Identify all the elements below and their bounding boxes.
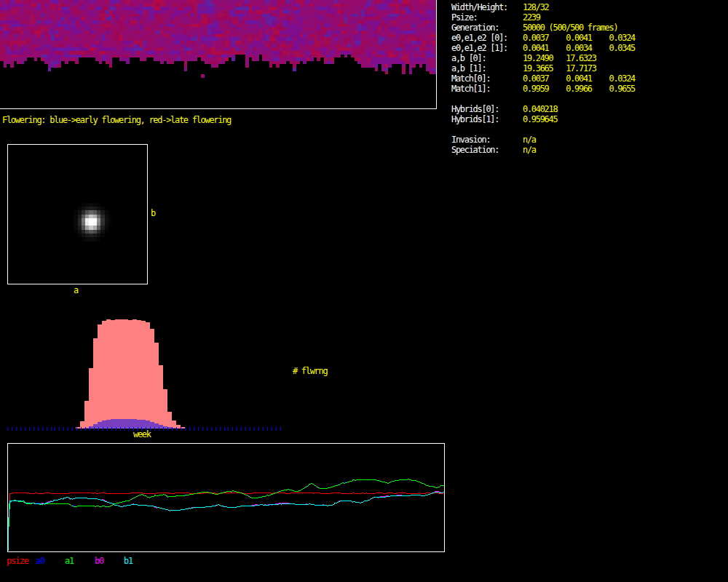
stat-row: Match[0]:	[451, 73, 490, 84]
stat-value: 50000 (500/500 frames)	[523, 23, 617, 33]
stat-value: n/a	[523, 135, 536, 145]
stat-label: Match[1]:	[451, 84, 490, 94]
stat-row: Hybrids[0]:	[451, 104, 499, 114]
stat-row: Psize:	[451, 12, 478, 23]
stat-label: Width/Height:	[451, 2, 507, 12]
stat-value: 0.0041 0.0034 0.0345	[523, 43, 635, 53]
stat-label: e0,e1,e2 [1]:	[451, 43, 507, 53]
stat-value: 128/32	[523, 2, 549, 12]
stat-row: Match[1]:	[451, 84, 490, 94]
stat-label: Match[0]:	[451, 73, 490, 84]
stat-value: 0.0037 0.0041 0.0324	[523, 33, 635, 43]
history-plot-panel	[7, 443, 445, 552]
ab-ylabel: b	[151, 208, 155, 218]
stat-row: e0,e1,e2 [0]:	[451, 33, 507, 43]
stat-label: Hybrids[1]:	[451, 114, 499, 124]
flowering-caption: Flowering: blue->early flowering, red->l…	[2, 115, 231, 125]
ab-density-panel	[7, 144, 148, 284]
legend-item-b1: b1	[124, 556, 132, 566]
ab-density-canvas	[8, 145, 147, 284]
stat-value: 0.9959 0.9966 0.9655	[523, 84, 635, 94]
legend-item-a0: a0	[36, 556, 44, 566]
stat-row: Hybrids[1]:	[451, 114, 499, 124]
legend-item-a1: a1	[65, 556, 74, 566]
app-window: Flowering: blue->early flowering, red->l…	[0, 0, 728, 582]
legend-item-b0: b0	[95, 556, 103, 566]
stat-row: Invasion:	[451, 135, 490, 145]
stat-label: Speciation:	[451, 145, 499, 155]
stat-value: n/a	[523, 145, 536, 155]
stat-row: Generation:	[451, 23, 499, 33]
legend-item-psize: psize	[7, 556, 28, 566]
stat-row: e0,e1,e2 [1]:	[451, 43, 507, 53]
stat-value: 0.040218	[523, 104, 557, 114]
population-grid-canvas	[0, 0, 436, 108]
population-grid-panel	[0, 0, 437, 109]
stat-row: a,b [0]:	[451, 53, 486, 63]
stat-label: a,b [1]:	[451, 63, 486, 73]
ab-xlabel: a	[74, 285, 78, 295]
history-plot	[8, 444, 444, 551]
stat-value: 0.0037 0.0041 0.0324	[523, 73, 635, 84]
stat-label: e0,e1,e2 [0]:	[451, 33, 507, 43]
stat-row: Speciation:	[451, 145, 499, 155]
stat-label: Generation:	[451, 23, 499, 33]
stat-value: 19.3665 17.7173	[523, 63, 596, 73]
stat-value: 2239	[523, 12, 540, 23]
stat-value: 0.959645	[523, 114, 557, 124]
stat-label: Hybrids[0]:	[451, 104, 499, 114]
hist-axis-label: week	[133, 429, 151, 439]
stat-label: a,b [0]:	[451, 53, 486, 63]
stat-label: Invasion:	[451, 135, 490, 145]
stat-row: a,b [1]:	[451, 63, 486, 73]
hist-series-label: # flwrng	[293, 366, 327, 376]
stat-row: Width/Height:	[451, 2, 507, 12]
flowering-histogram	[0, 306, 459, 444]
stat-label: Psize:	[451, 12, 478, 23]
stat-value: 19.2490 17.6323	[523, 53, 596, 63]
